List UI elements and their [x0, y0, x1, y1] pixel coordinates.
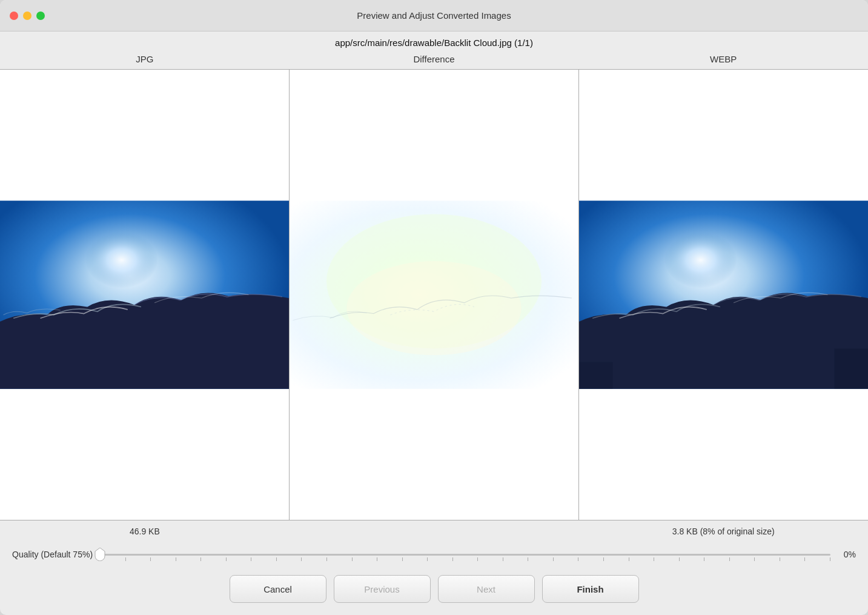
difference-panel [289, 70, 578, 520]
tick [679, 557, 680, 561]
quality-label: Quality (Default 75%) [12, 550, 93, 559]
tick [503, 557, 503, 561]
slider-track[interactable] [100, 554, 830, 556]
size-row: 46.9 KB 3.8 KB (8% of original size) [0, 520, 868, 542]
slider-ticks [100, 557, 830, 561]
tick [754, 557, 755, 561]
button-row: Cancel Previous Next Finish [0, 567, 868, 615]
webp-size: 3.8 KB (8% of original size) [578, 527, 868, 536]
minimize-button[interactable] [23, 12, 31, 20]
jpg-size: 46.9 KB [0, 527, 290, 536]
tick [578, 557, 578, 561]
svg-rect-7 [579, 362, 612, 388]
tick [402, 557, 403, 561]
next-button[interactable]: Next [438, 575, 535, 603]
difference-size [290, 527, 579, 536]
title-bar: Preview and Adjust Converted Images [0, 0, 868, 32]
tick [528, 557, 528, 561]
file-path: app/src/main/res/drawable/Backlit Cloud.… [0, 32, 868, 52]
tick [830, 557, 830, 561]
slider-thumb[interactable] [94, 548, 105, 561]
jpg-column-header: JPG [0, 52, 290, 69]
tick [125, 557, 126, 561]
tick [226, 557, 227, 561]
tick [729, 557, 730, 561]
svg-rect-8 [835, 348, 868, 389]
tick [804, 557, 805, 561]
tick [352, 557, 353, 561]
jpg-image [0, 70, 289, 520]
column-headers: JPG Difference WEBP [0, 52, 868, 69]
difference-column-header: Difference [290, 52, 579, 69]
finish-button[interactable]: Finish [542, 575, 639, 603]
quality-row: Quality (Default 75%) [0, 542, 868, 567]
window-controls [10, 12, 45, 20]
tick [603, 557, 604, 561]
tick [377, 557, 377, 561]
tick [477, 557, 478, 561]
tick [326, 557, 327, 561]
tick [427, 557, 428, 561]
window-title: Preview and Adjust Converted Images [357, 10, 511, 21]
maximize-button[interactable] [36, 12, 45, 20]
tick [200, 557, 201, 561]
previous-button[interactable]: Previous [334, 575, 431, 603]
tick [780, 557, 780, 561]
tick [276, 557, 277, 561]
tick [629, 557, 629, 561]
tick [176, 557, 176, 561]
tick [301, 557, 302, 561]
tick [251, 557, 251, 561]
quality-slider-container [100, 546, 830, 563]
difference-image [290, 70, 578, 520]
tick [704, 557, 704, 561]
svg-point-4 [346, 261, 521, 355]
jpg-panel [0, 70, 289, 520]
webp-image [579, 70, 868, 520]
cancel-button[interactable]: Cancel [230, 575, 326, 603]
quality-percent: 0% [838, 550, 856, 559]
webp-panel [578, 70, 868, 520]
image-area [0, 69, 868, 520]
tick [553, 557, 554, 561]
close-button[interactable] [10, 12, 18, 20]
webp-column-header: WEBP [578, 52, 868, 69]
tick [150, 557, 151, 561]
tick [654, 557, 654, 561]
main-window: Preview and Adjust Converted Images app/… [0, 0, 868, 615]
tick [452, 557, 453, 561]
